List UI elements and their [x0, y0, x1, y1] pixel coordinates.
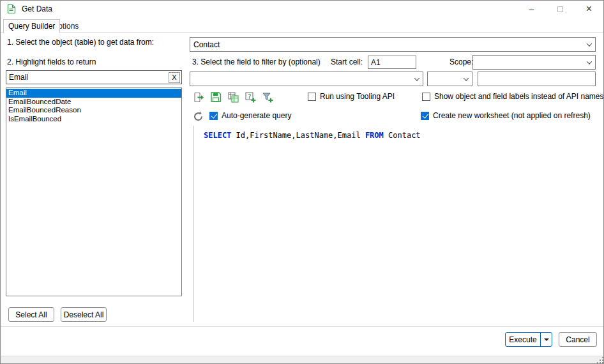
create-new-worksheet-label: Create new worksheet (not applied on ref…: [433, 111, 591, 120]
checkbox-box-icon: [308, 93, 316, 101]
get-data-window: Get Data – × Query Builder Options 1. Se…: [0, 0, 604, 364]
object-combobox-value: Contact: [193, 40, 220, 49]
soql-query-text: SELECT Id,FirstName,LastName,Email FROM …: [204, 131, 421, 140]
status-bar: [1, 356, 604, 364]
select-all-button[interactable]: Select All: [8, 307, 54, 322]
cancel-button[interactable]: Cancel: [559, 332, 597, 347]
deselect-all-button[interactable]: Deselect All: [61, 307, 107, 322]
query-editor[interactable]: SELECT Id,FirstName,LastName,Email FROM …: [193, 126, 600, 322]
export-icon: [193, 91, 205, 103]
field-search-box[interactable]: Email X: [6, 70, 182, 84]
run-tooling-api-label: Run using Tooling API: [320, 92, 395, 101]
soql-field-list: Id,FirstName,LastName,Email: [231, 131, 365, 140]
show-labels-label: Show object and field labels instead of …: [434, 92, 604, 101]
object-combobox[interactable]: Contact: [190, 37, 596, 52]
scope-label: Scope:: [449, 57, 473, 66]
show-labels-checkbox[interactable]: Show object and field labels instead of …: [422, 92, 604, 101]
start-cell-input[interactable]: [368, 56, 416, 69]
dropdown-arrow-icon: [544, 338, 549, 341]
minimize-button[interactable]: –: [517, 1, 546, 17]
filter-field-label: 3. Select the field to filter by (option…: [192, 57, 321, 66]
titlebar[interactable]: Get Data – ×: [1, 1, 603, 17]
window-controls: – ×: [517, 1, 603, 17]
add-help-button[interactable]: ?: [243, 90, 258, 104]
window-title: Get Data: [22, 4, 52, 13]
refresh-icon: [192, 110, 204, 123]
save-query-button[interactable]: [208, 90, 223, 104]
create-new-worksheet-checkbox[interactable]: Create new worksheet (not applied on ref…: [421, 111, 591, 120]
maximize-icon: [557, 6, 563, 12]
object-select-label: 1. Select the object (table) to get data…: [7, 38, 154, 47]
svg-text:?: ?: [248, 93, 251, 100]
scope-combobox[interactable]: [472, 55, 596, 70]
auto-generate-query-label: Auto-generate query: [222, 111, 291, 120]
checkbox-box-icon: [421, 112, 429, 120]
field-search-value: Email: [9, 73, 28, 82]
app-icon: [6, 4, 17, 14]
field-list-item[interactable]: EmailBouncedReason: [6, 106, 181, 115]
field-list-item[interactable]: Email: [6, 89, 181, 98]
resize-grip[interactable]: [596, 356, 604, 364]
auto-generate-query-checkbox[interactable]: Auto-generate query: [209, 111, 291, 120]
add-filter-button[interactable]: [260, 90, 275, 104]
filter-field-combobox[interactable]: [190, 72, 423, 86]
save-icon: [210, 91, 222, 103]
soql-keyword-select: SELECT: [204, 131, 231, 140]
maximize-button[interactable]: [546, 1, 575, 17]
tab-query-builder[interactable]: Query Builder: [3, 19, 60, 33]
checkbox-box-icon: [422, 93, 430, 101]
execute-split-button[interactable]: Execute: [505, 332, 552, 347]
field-list[interactable]: Email EmailBouncedDate EmailBouncedReaso…: [6, 87, 182, 296]
chevron-down-icon: [587, 41, 592, 46]
chevron-down-icon: [414, 75, 419, 80]
filter-value-input[interactable]: [478, 72, 596, 86]
field-list-item[interactable]: EmailBouncedDate: [6, 98, 181, 107]
clear-search-button[interactable]: X: [169, 72, 180, 83]
soql-object-name: Contact: [384, 131, 421, 140]
tab-strip: Query Builder Options: [1, 19, 603, 33]
filter-operator-combobox[interactable]: [427, 72, 472, 86]
execute-dropdown-button[interactable]: [541, 333, 552, 346]
filter-add-icon: [262, 91, 274, 103]
fields-label: 2. Highlight fields to return: [7, 57, 96, 66]
export-query-button[interactable]: [191, 90, 206, 104]
start-cell-label: Start cell:: [331, 57, 363, 66]
soql-keyword-from: FROM: [365, 131, 384, 140]
footer-separator: [1, 326, 604, 327]
copy-to-worksheet-button[interactable]: [225, 90, 241, 104]
help-add-icon: ?: [245, 91, 257, 103]
chevron-down-icon: [464, 75, 469, 80]
run-tooling-api-checkbox[interactable]: Run using Tooling API: [308, 92, 395, 101]
chevron-down-icon: [587, 59, 592, 64]
refresh-query-button[interactable]: [190, 109, 206, 123]
checkbox-box-icon: [209, 112, 218, 120]
field-list-item[interactable]: IsEmailBounced: [6, 115, 181, 124]
execute-button[interactable]: Execute: [506, 333, 540, 346]
copy-table-icon: [227, 91, 239, 103]
close-button[interactable]: ×: [575, 1, 603, 17]
